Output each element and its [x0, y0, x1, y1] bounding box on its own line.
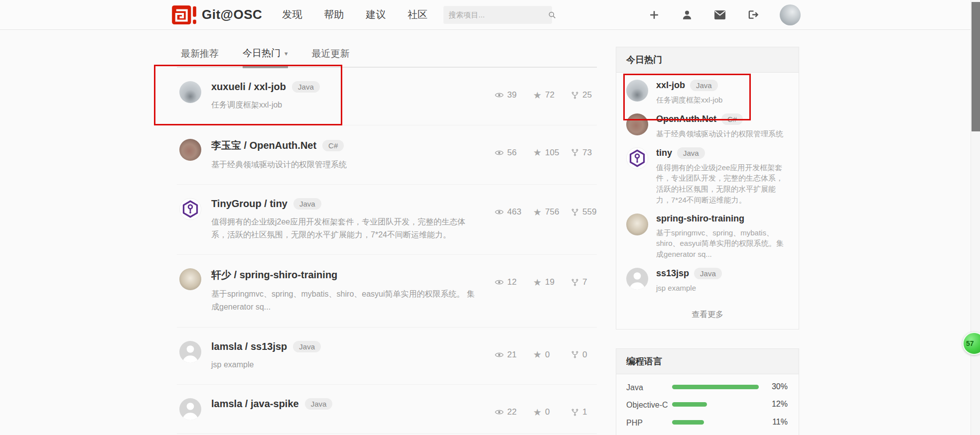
hot-item[interactable]: spring-shiro-training 基于springmvc、spring…: [626, 214, 789, 260]
project-avatar[interactable]: [179, 81, 201, 103]
browser-scrollbar[interactable]: [971, 0, 980, 435]
project-avatar[interactable]: [179, 268, 201, 290]
language-percent: 11%: [763, 418, 788, 427]
hot-item-title[interactable]: ss13jsp: [656, 268, 689, 279]
hot-item-avatar[interactable]: [626, 147, 648, 169]
today-hot-header: 今日热门: [616, 47, 799, 73]
tab-latest-recommend[interactable]: 最新推荐: [181, 47, 219, 67]
star-icon: ★: [533, 278, 542, 287]
search-input[interactable]: [448, 10, 548, 19]
fork-icon: [571, 350, 579, 359]
watch-count: 56: [507, 148, 517, 158]
nav-link-discover[interactable]: 发现: [282, 8, 302, 21]
project-description: 任务调度框架xxl-job: [211, 99, 478, 111]
project-avatar[interactable]: [179, 198, 201, 220]
star-icon: ★: [533, 350, 542, 359]
language-bar: [672, 402, 707, 407]
star-count: 105: [545, 148, 559, 158]
view-more-link[interactable]: 查看更多: [616, 305, 799, 329]
nav-link-community[interactable]: 社区: [408, 8, 427, 21]
fork-count: 1: [582, 407, 587, 417]
project-stats: 12 ★19 7: [495, 277, 597, 287]
mail-icon[interactable]: [714, 9, 726, 21]
project-row[interactable]: TinyGroup / tiny Java 值得拥有的企业级j2ee应用开发框架…: [177, 185, 597, 255]
star-icon: ★: [533, 91, 542, 100]
project-title[interactable]: TinyGroup / tiny: [211, 198, 287, 210]
project-stats: 21 ★0 0: [495, 350, 597, 360]
watch-count: 12: [507, 277, 517, 287]
language-tag: Java: [293, 198, 321, 210]
project-description: jsp example: [211, 358, 478, 371]
navbar: Git@OSC 发现 帮助 建议 社区: [0, 0, 980, 30]
hot-item-description: 任务调度框架xxl-job: [656, 95, 789, 106]
watch-eye-icon: [495, 91, 504, 100]
language-percent: 30%: [763, 382, 788, 391]
hot-item-description: 基于springmvc、spring、mybatis、shiro、easyui简…: [656, 227, 789, 260]
new-project-plus-icon[interactable]: [648, 9, 660, 21]
project-list-main: 最新推荐 今日热门 ▾ 最近更新 xuxueli / xxl-job Java …: [177, 30, 597, 435]
fork-icon: [571, 91, 579, 100]
language-tag: Java: [694, 268, 722, 279]
hot-item[interactable]: OpenAuth.Net C# 基于经典领域驱动设计的权限管理系统: [626, 113, 789, 139]
project-row[interactable]: 轩少 / spring-shiro-training 基于springmvc、s…: [177, 255, 597, 327]
project-title[interactable]: xuxueli / xxl-job: [211, 81, 286, 93]
project-row[interactable]: lamsla / ss13jsp Java jsp example 21 ★0 …: [177, 327, 597, 385]
language-tag: Java: [292, 81, 320, 93]
watch-count: 21: [507, 350, 517, 360]
search-icon[interactable]: [548, 10, 557, 19]
content: 最新推荐 今日热门 ▾ 最近更新 xuxueli / xxl-job Java …: [0, 30, 980, 435]
language-name: PHP: [626, 418, 672, 429]
project-title[interactable]: lamsla / java-spike: [211, 398, 299, 410]
hot-item-description: 值得拥有的企业级j2ee应用开发框架套件，专业团队开发，完整的生态体系，活跃的社…: [656, 162, 789, 206]
language-row[interactable]: Objective-C 12%: [626, 400, 788, 411]
star-count: 72: [545, 90, 555, 100]
star-icon: ★: [533, 148, 542, 157]
tab-recent-update[interactable]: 最近更新: [312, 47, 350, 67]
nav-links: 发现 帮助 建议 社区: [282, 8, 427, 21]
hot-item-title[interactable]: xxl-job: [656, 80, 685, 91]
project-avatar[interactable]: [179, 341, 201, 363]
project-row[interactable]: xuxueli / xxl-job Java 任务调度框架xxl-job 39 …: [177, 68, 597, 125]
watch-eye-icon: [495, 408, 504, 417]
hot-item-avatar[interactable]: [626, 268, 648, 290]
logout-icon[interactable]: [747, 9, 759, 21]
star-count: 19: [545, 277, 555, 287]
tab-today-hot-label: 今日热门: [243, 47, 280, 60]
hot-item-avatar[interactable]: [626, 113, 648, 135]
project-title[interactable]: 李玉宝 / OpenAuth.Net: [211, 139, 316, 152]
star-count: 756: [545, 207, 559, 217]
fork-count: 73: [582, 148, 592, 158]
project-row[interactable]: lamsla / java-spike Java 22 ★0 1: [177, 385, 597, 434]
hot-item[interactable]: tiny Java 值得拥有的企业级j2ee应用开发框架套件，专业团队开发，完整…: [626, 147, 789, 206]
hot-item-avatar[interactable]: [626, 80, 648, 102]
nav-link-help[interactable]: 帮助: [324, 8, 344, 21]
language-bar: [672, 420, 704, 425]
hot-item[interactable]: ss13jsp Java jsp example: [626, 268, 789, 294]
star-count: 0: [545, 407, 550, 417]
project-title[interactable]: lamsla / ss13jsp: [211, 341, 287, 352]
project-avatar[interactable]: [179, 139, 201, 161]
hot-item-avatar[interactable]: [626, 214, 648, 235]
project-avatar[interactable]: [179, 398, 201, 420]
scrollbar-thumb[interactable]: [972, 2, 980, 131]
project-row[interactable]: 李玉宝 / OpenAuth.Net C# 基于经典领域驱动设计的权限管理系统 …: [177, 125, 597, 185]
project-title[interactable]: 轩少 / spring-shiro-training: [211, 268, 337, 282]
brand-logo[interactable]: Git@OSC: [172, 4, 262, 25]
user-icon[interactable]: [681, 9, 693, 21]
fork-count: 0: [582, 350, 587, 360]
fork-icon: [571, 148, 579, 157]
watch-eye-icon: [495, 278, 504, 287]
user-avatar[interactable]: [780, 4, 801, 25]
tab-today-hot[interactable]: 今日热门 ▾: [243, 47, 288, 68]
chevron-down-icon[interactable]: ▾: [284, 50, 288, 57]
language-percent: 12%: [763, 400, 788, 409]
hot-item-title[interactable]: OpenAuth.Net: [656, 114, 716, 124]
search-box[interactable]: [443, 6, 552, 24]
hot-item-title[interactable]: tiny: [656, 148, 672, 158]
nav-link-suggest[interactable]: 建议: [366, 8, 386, 21]
language-row[interactable]: Java 30%: [626, 382, 788, 393]
hot-item-title[interactable]: spring-shiro-training: [656, 214, 744, 224]
hot-item[interactable]: xxl-job Java 任务调度框架xxl-job: [626, 80, 789, 106]
language-tag: C#: [721, 113, 743, 125]
language-row[interactable]: PHP 11%: [626, 418, 788, 429]
